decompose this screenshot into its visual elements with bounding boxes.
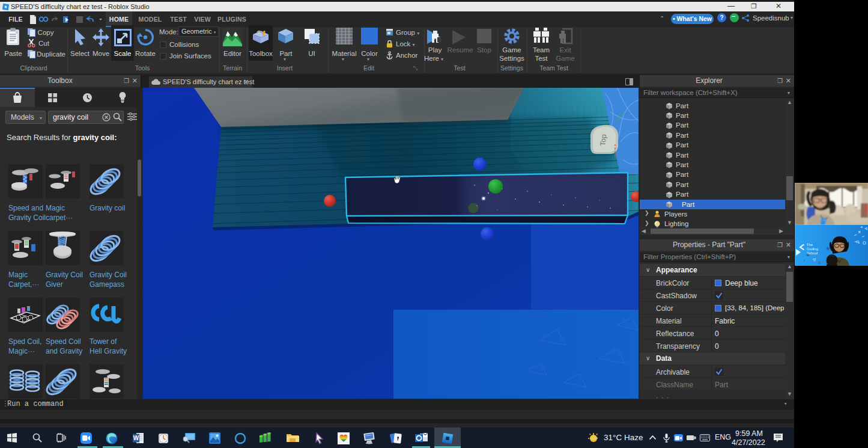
svg-text:W: W [133,435,139,441]
svg-text:The: The [807,243,813,247]
svg-text:Coding: Coding [807,247,818,251]
svg-text:Top: Top [598,133,608,146]
svg-text:y: y [621,111,623,117]
svg-text:School: School [807,251,818,255]
